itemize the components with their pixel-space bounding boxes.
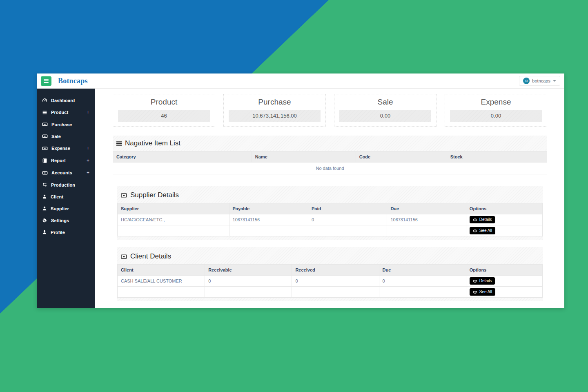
due-cell: 10673141156: [387, 214, 466, 225]
book-icon: [42, 158, 47, 163]
client-table: Client Receivable Received Due Options C…: [117, 264, 543, 298]
sidebar-item-accounts[interactable]: Accounts +: [37, 167, 95, 179]
stat-value: 0.00: [450, 110, 542, 122]
stat-value: 0.00: [339, 110, 431, 122]
sidebar-toggle-button[interactable]: [41, 76, 51, 86]
sidebar-item-profile[interactable]: Profile: [37, 226, 95, 238]
brand-title: Botncaps: [58, 77, 88, 85]
column-header: Received: [292, 265, 379, 275]
table-header-row: Category Name Code Stock: [113, 151, 547, 162]
sidebar: Dashboard Product + Purchase Sale Expens…: [37, 89, 95, 308]
user-icon: [42, 229, 47, 235]
sidebar-item-settings[interactable]: Settings: [37, 214, 95, 226]
column-header: Supplier: [118, 203, 229, 214]
supplier-table: Supplier Payable Paid Due Options HC/AC/…: [117, 203, 543, 236]
user-name: botncaps: [532, 78, 550, 83]
topbar: Botncaps u botncaps: [37, 74, 564, 89]
client-name-cell: CASH SALE/ALL CUSTOMER: [118, 276, 205, 286]
details-button[interactable]: Details: [470, 216, 495, 223]
see-all-button[interactable]: See All: [470, 227, 495, 234]
negative-item-list-panel: Nagative Item List Category Name Code St…: [113, 136, 547, 174]
exchange-icon: [42, 182, 47, 187]
money-bill-icon: [120, 254, 127, 260]
stat-card-product: Product 46: [113, 94, 215, 127]
stat-title: Sale: [339, 98, 431, 107]
table-row: HC/AC/OCEAN/ETC., 10673141156 0 10673141…: [118, 214, 542, 225]
stat-value: 46: [118, 110, 210, 122]
stat-title: Expense: [450, 98, 542, 107]
sidebar-item-sale[interactable]: Sale: [37, 130, 95, 142]
money-bill-icon: [42, 170, 48, 176]
sidebar-item-purchase[interactable]: Purchase: [37, 118, 95, 130]
column-header: Client: [118, 265, 205, 275]
column-header: Receivable: [205, 265, 292, 275]
money-bill-icon: [42, 122, 48, 127]
stat-card-sale: Sale 0.00: [334, 94, 437, 127]
table-header-row: Supplier Payable Paid Due Options: [118, 203, 542, 214]
receivable-cell: 0: [205, 276, 292, 286]
negative-item-table: Category Name Code Stock No data found: [113, 151, 547, 174]
sidebar-item-expense[interactable]: Expense +: [37, 142, 95, 154]
sidebar-item-product[interactable]: Product +: [37, 106, 95, 118]
dashboard-icon: [42, 98, 47, 103]
column-header: Paid: [308, 203, 387, 214]
money-bill-icon: [42, 134, 48, 139]
table-row: See All: [118, 286, 542, 297]
money-bill-icon: [120, 192, 127, 198]
user-avatar: u: [523, 78, 530, 84]
column-header: Options: [466, 203, 542, 214]
supplier-details-heading: Supplier Details: [117, 187, 543, 203]
money-bill-icon: [42, 146, 48, 151]
eye-icon: [473, 290, 477, 294]
expand-plus: +: [87, 145, 89, 151]
expand-plus: +: [87, 109, 89, 115]
bars-icon: [116, 140, 122, 147]
details-button[interactable]: Details: [470, 277, 495, 285]
user-icon: [42, 206, 47, 211]
hamburger-icon: [44, 79, 49, 80]
eye-icon: [473, 229, 477, 233]
sidebar-item-supplier[interactable]: Supplier: [37, 203, 95, 214]
sidebar-item-production[interactable]: Production: [37, 179, 95, 191]
column-header: Due: [387, 203, 466, 214]
column-header: Due: [379, 265, 466, 275]
due-cell: 0: [379, 276, 466, 286]
section-title: Client Details: [130, 252, 171, 261]
eye-icon: [473, 279, 477, 283]
table-row: CASH SALE/ALL CUSTOMER 0 0 0 Details: [118, 275, 542, 286]
section-title: Nagative Item List: [125, 139, 180, 147]
column-header: Name: [252, 151, 356, 162]
column-header: Payable: [229, 203, 308, 214]
negative-item-list-heading: Nagative Item List: [113, 136, 547, 151]
column-header: Stock: [447, 151, 547, 162]
supplier-details-panel: Supplier Details Supplier Payable Paid D…: [117, 186, 543, 240]
expand-plus: +: [87, 158, 89, 163]
main-content: Product 46 Purchase 10,673,141,156.00 Sa…: [95, 89, 564, 308]
stat-title: Purchase: [229, 98, 321, 107]
received-cell: 0: [292, 276, 379, 286]
client-details-panel: Client Details Client Receivable Receive…: [117, 247, 543, 301]
eye-icon: [473, 218, 477, 222]
bars-icon: [42, 110, 47, 115]
see-all-button[interactable]: See All: [470, 288, 495, 296]
user-icon: [42, 194, 47, 199]
paid-cell: 0: [308, 214, 387, 225]
supplier-name-cell: HC/AC/OCEAN/ETC.,: [118, 214, 229, 225]
column-header: Code: [356, 151, 447, 162]
cogs-icon: [42, 218, 47, 223]
stat-value: 10,673,141,156.00: [229, 110, 321, 122]
app-window: Botncaps u botncaps Dashboard Product +: [37, 74, 564, 308]
stats-row: Product 46 Purchase 10,673,141,156.00 Sa…: [113, 94, 547, 127]
stat-card-purchase: Purchase 10,673,141,156.00: [223, 94, 326, 127]
sidebar-item-report[interactable]: Report +: [37, 154, 95, 167]
table-header-row: Client Receivable Received Due Options: [118, 264, 542, 275]
table-row: See All: [118, 225, 542, 236]
sidebar-item-dashboard[interactable]: Dashboard: [37, 94, 95, 106]
stat-card-expense: Expense 0.00: [445, 94, 547, 127]
sidebar-item-client[interactable]: Client: [37, 191, 95, 203]
section-title: Supplier Details: [130, 191, 179, 199]
payable-cell: 10673141156: [229, 214, 308, 225]
expand-plus: +: [87, 170, 89, 176]
user-menu[interactable]: u botncaps: [519, 76, 560, 86]
chevron-down-icon: [553, 80, 556, 82]
